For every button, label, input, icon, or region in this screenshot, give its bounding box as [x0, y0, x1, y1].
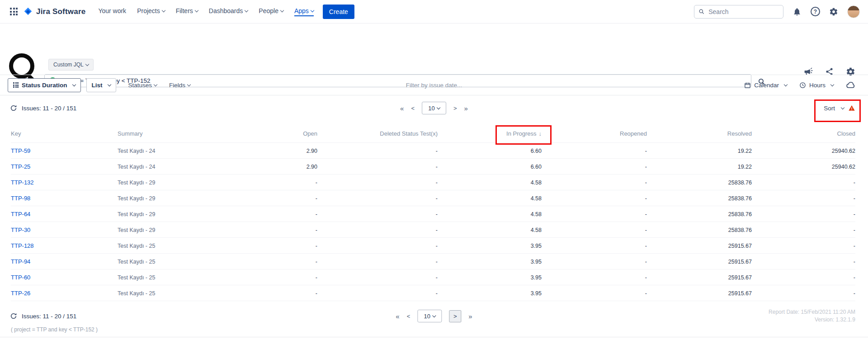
- issue-key-link[interactable]: TTP-30: [11, 227, 30, 233]
- next-page-button[interactable]: >: [449, 310, 461, 322]
- issue-key-link[interactable]: TTP-60: [11, 274, 30, 281]
- cell-in-progress: 6.60: [438, 159, 542, 175]
- app-switcher-icon[interactable]: [7, 5, 20, 18]
- cell-open: -: [258, 269, 317, 285]
- cell-closed: -: [752, 222, 855, 238]
- sort-dropdown[interactable]: Sort: [824, 104, 855, 112]
- issue-key-link[interactable]: TTP-98: [11, 195, 30, 202]
- nav-label: Your work: [98, 7, 126, 14]
- page-size-value: 10: [428, 105, 434, 112]
- cell-closed: -: [752, 175, 855, 190]
- issue-key-link[interactable]: TTP-132: [11, 179, 34, 186]
- statuses-dropdown[interactable]: Statuses: [128, 82, 157, 89]
- nav-filters[interactable]: Filters: [170, 0, 203, 24]
- issue-summary: Test Kaydı - 24: [118, 143, 258, 159]
- statuses-label: Statuses: [128, 82, 152, 89]
- next-page-icon[interactable]: >: [453, 105, 457, 111]
- toolbar-right-cluster: Calendar Hours: [744, 80, 855, 90]
- table-row: TTP-132Test Kaydı - 29--4.58-25838.76-: [11, 175, 855, 190]
- issue-key-link[interactable]: TTP-128: [11, 242, 34, 249]
- issue-summary: Test Kaydı - 25: [118, 269, 258, 285]
- grid-icon: [10, 8, 18, 15]
- table-row: TTP-59Test Kaydı - 242.90-6.60-19.222594…: [11, 143, 855, 159]
- cell-reopened: -: [542, 206, 647, 222]
- create-button[interactable]: Create: [323, 5, 354, 19]
- issue-summary: Test Kaydı - 29: [118, 222, 258, 238]
- first-page-icon[interactable]: «: [396, 313, 399, 320]
- report-type-label: Status Duration: [22, 82, 67, 89]
- cell-resolved: 19.22: [647, 159, 752, 175]
- search-input[interactable]: [708, 8, 779, 16]
- cell-deleted-status-test: -: [317, 190, 438, 206]
- issue-key-link[interactable]: TTP-64: [11, 211, 30, 217]
- last-page-icon[interactable]: »: [468, 313, 472, 320]
- column-header-in-progress[interactable]: In Progress↓: [438, 121, 542, 143]
- cell-resolved: 25838.76: [647, 175, 752, 190]
- column-header-open[interactable]: Open: [258, 121, 317, 143]
- issue-summary: Test Kaydı - 25: [118, 254, 258, 269]
- column-header-summary[interactable]: Summary: [118, 121, 258, 143]
- prev-page-icon[interactable]: <: [411, 105, 415, 111]
- cell-closed: -: [752, 190, 855, 206]
- view-mode-button[interactable]: List: [86, 78, 116, 92]
- report-type-button[interactable]: Status Duration: [8, 78, 81, 92]
- nav-your-work[interactable]: Your work: [93, 0, 132, 24]
- query-mode-dropdown[interactable]: Custom JQL: [48, 59, 94, 71]
- view-mode-label: List: [92, 82, 103, 89]
- notifications-bell-icon[interactable]: [793, 7, 802, 16]
- global-search[interactable]: [694, 5, 783, 19]
- nav-apps[interactable]: Apps: [289, 0, 319, 24]
- chevron-down-icon: [154, 83, 157, 86]
- chevron-down-icon: [187, 83, 191, 86]
- cell-open: 2.90: [258, 159, 317, 175]
- column-header-reopened[interactable]: Reopened: [542, 121, 647, 143]
- cell-in-progress: 3.95: [438, 269, 542, 285]
- cloud-export-icon[interactable]: [846, 80, 855, 90]
- cell-reopened: -: [542, 143, 647, 159]
- query-section: Custom JQL ✓ project = TTP and key < TTP…: [0, 24, 868, 75]
- refresh-icon[interactable]: [10, 312, 17, 320]
- chevron-down-icon: [436, 106, 440, 109]
- column-header-key[interactable]: Key: [11, 121, 118, 143]
- jira-logo[interactable]: Jira Software: [23, 7, 85, 17]
- sort-label: Sort: [824, 105, 835, 112]
- refresh-icon[interactable]: [10, 104, 17, 112]
- page-size-select[interactable]: 10: [422, 102, 446, 114]
- last-page-icon[interactable]: »: [464, 105, 468, 112]
- jql-echo-label: ( project = TTP and key < TTP-152 ): [0, 326, 868, 333]
- cell-closed: -: [752, 285, 855, 301]
- column-header-resolved[interactable]: Resolved: [647, 121, 752, 143]
- issues-count-label: Issues: 11 - 20 / 151: [22, 313, 76, 320]
- calendar-label: Calendar: [754, 82, 779, 89]
- hours-dropdown[interactable]: Hours: [799, 82, 834, 89]
- nav-people[interactable]: People: [253, 0, 289, 24]
- chevron-down-icon: [784, 83, 788, 86]
- cell-closed: -: [752, 254, 855, 269]
- issue-key-link[interactable]: TTP-25: [11, 163, 30, 170]
- issues-table-body: TTP-59Test Kaydı - 242.90-6.60-19.222594…: [11, 143, 855, 301]
- fields-dropdown[interactable]: Fields: [169, 82, 190, 89]
- column-header-deleted-status-test[interactable]: Deleted Status Test(x): [317, 121, 438, 143]
- cell-in-progress: 3.95: [438, 238, 542, 254]
- nav-label: Apps: [294, 7, 309, 14]
- issue-key-link[interactable]: TTP-94: [11, 258, 30, 265]
- page-size-select[interactable]: 10: [417, 310, 442, 322]
- report-version: Version: 1.32.1.9: [769, 316, 855, 324]
- user-avatar[interactable]: [847, 5, 860, 18]
- issue-key-link[interactable]: TTP-26: [11, 290, 30, 297]
- nav-projects[interactable]: Projects: [132, 0, 170, 24]
- cell-deleted-status-test: -: [317, 206, 438, 222]
- prev-page-icon[interactable]: <: [407, 313, 410, 319]
- calendar-dropdown[interactable]: Calendar: [744, 82, 787, 89]
- chevron-down-icon: [311, 8, 314, 12]
- cell-resolved: 25915.67: [647, 269, 752, 285]
- nav-dashboards[interactable]: Dashboards: [203, 0, 254, 24]
- issue-key-link[interactable]: TTP-59: [11, 147, 30, 154]
- cell-open: -: [258, 206, 317, 222]
- issue-date-filter[interactable]: Filter by issue date...: [406, 82, 462, 89]
- in-progress-label: In Progress: [506, 130, 536, 137]
- settings-gear-icon[interactable]: [829, 7, 838, 16]
- first-page-icon[interactable]: «: [400, 105, 404, 112]
- help-icon[interactable]: ?: [811, 7, 820, 16]
- column-header-closed[interactable]: Closed: [752, 121, 855, 143]
